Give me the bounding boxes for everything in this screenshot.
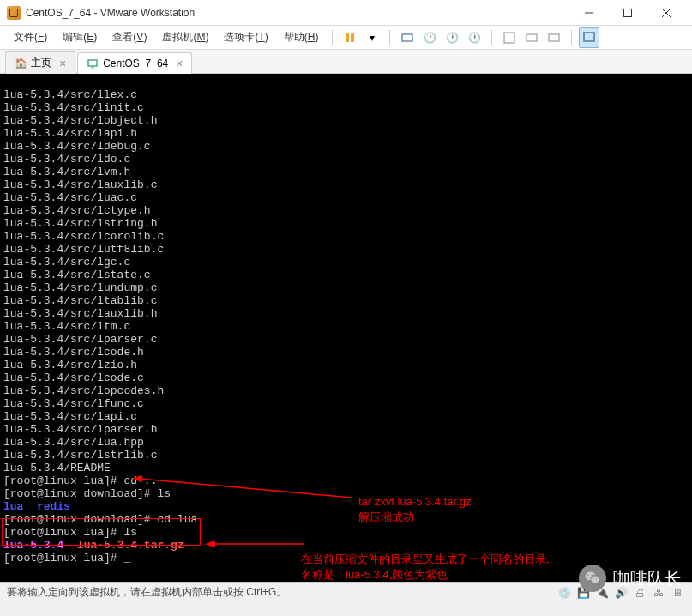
tab-label: 主页 bbox=[31, 56, 51, 70]
svg-rect-1 bbox=[623, 9, 631, 16]
tab-close-button[interactable]: × bbox=[176, 57, 183, 70]
svg-rect-9 bbox=[549, 34, 559, 41]
home-icon: 🏠 bbox=[15, 57, 27, 69]
thumbnail-button[interactable] bbox=[544, 27, 564, 48]
wechat-icon bbox=[579, 565, 606, 592]
output-line: lua-5.3.4/src/ldo.c bbox=[3, 153, 130, 166]
output-line: lua-5.3.4/src/lctype.h bbox=[3, 204, 151, 217]
output-line: lua-5.3.4/src/lutf8lib.c bbox=[3, 243, 164, 256]
svg-rect-6 bbox=[402, 34, 412, 41]
svg-rect-8 bbox=[527, 34, 537, 41]
output-line: lua-5.3.4/src/lstate.c bbox=[3, 269, 151, 281]
output-line: lua-5.3.4/src/linit.c bbox=[3, 101, 144, 114]
output-line: lua-5.3.4/src/lauxlib.c bbox=[3, 178, 157, 191]
annotation-top: tar zxvf lua-5.3.4.tar.gz 解压缩成功 bbox=[358, 494, 472, 525]
output-line: lua-5.3.4/src/lparser.c bbox=[3, 333, 157, 346]
command: ls bbox=[157, 487, 171, 500]
dropdown-button[interactable]: ▾ bbox=[362, 27, 382, 48]
window-controls bbox=[569, 1, 685, 25]
output-line: lua-5.3.4/src/lgc.c bbox=[3, 256, 130, 269]
prompt: [root@linux download]# bbox=[3, 487, 157, 500]
menu-edit[interactable]: 编辑(E) bbox=[56, 27, 104, 48]
output-line: lua-5.3.4/src/lua.hpp bbox=[3, 436, 144, 449]
window-title: CentOS_7_64 - VMware Workstation bbox=[26, 7, 195, 19]
output-line: lua-5.3.4/src/lundump.c bbox=[3, 281, 157, 294]
dir-name: lua bbox=[3, 500, 23, 513]
output-line: lua-5.3.4/src/lcode.c bbox=[3, 371, 144, 384]
svg-rect-7 bbox=[504, 33, 514, 43]
tabbar: 🏠 主页 × CentOS_7_64 × bbox=[0, 50, 692, 74]
dir-name: redis bbox=[37, 500, 70, 513]
fullscreen-button[interactable] bbox=[499, 27, 520, 48]
unity-button[interactable] bbox=[521, 27, 542, 48]
output-line: lua-5.3.4/src/lparser.h bbox=[3, 423, 157, 436]
cursor: _ bbox=[123, 552, 130, 565]
vm-icon bbox=[87, 57, 99, 69]
arrow-annotation bbox=[206, 535, 309, 553]
cdrom-icon[interactable]: 💿 bbox=[557, 585, 572, 601]
annotation-bottom: 在当前压缩文件的目录里又生成了一个同名的目录, 名称是：lua-5.3.4,颜色… bbox=[301, 552, 550, 582]
output-line: lua-5.3.4/src/lvm.h bbox=[3, 166, 130, 178]
watermark: 咖啡队长 bbox=[579, 565, 682, 592]
tab-label: CentOS_7_64 bbox=[103, 57, 168, 69]
close-button[interactable] bbox=[647, 1, 685, 25]
menu-tabs[interactable]: 选项卡(T) bbox=[217, 27, 274, 48]
output-line: lua-5.3.4/src/lapi.h bbox=[3, 127, 137, 140]
output-line: lua-5.3.4/README bbox=[3, 462, 111, 474]
output-line: lua-5.3.4/src/ltm.c bbox=[3, 320, 130, 333]
send-button[interactable] bbox=[397, 27, 418, 48]
menu-file[interactable]: 文件(F) bbox=[7, 27, 54, 48]
output-line: lua-5.3.4/src/lapi.c bbox=[3, 410, 137, 423]
output-line: lua-5.3.4/src/luac.c bbox=[3, 191, 137, 204]
output-line: lua-5.3.4/src/lfunc.c bbox=[3, 397, 144, 410]
prompt: [root@linux lua]# bbox=[3, 552, 123, 565]
maximize-button[interactable] bbox=[608, 1, 647, 25]
output-line: lua-5.3.4/src/ltablib.c bbox=[3, 294, 157, 307]
menu-help[interactable]: 帮助(H) bbox=[277, 27, 326, 48]
output-line: lua-5.3.4/src/lcode.h bbox=[3, 346, 144, 359]
output-line: lua-5.3.4/src/lopcodes.h bbox=[3, 384, 164, 397]
svg-rect-11 bbox=[88, 60, 97, 66]
output-line: lua-5.3.4/src/lstring.h bbox=[3, 217, 157, 230]
snapshot-button[interactable]: 🕐 bbox=[419, 27, 440, 48]
tab-home[interactable]: 🏠 主页 × bbox=[5, 51, 75, 74]
output-line: lua-5.3.4/src/lstrlib.c bbox=[3, 449, 157, 462]
output-line: lua-5.3.4/src/lcorolib.c bbox=[3, 230, 164, 243]
titlebar: CentOS_7_64 - VMware Workstation bbox=[0, 0, 692, 26]
prompt: [root@linux lua]# bbox=[3, 474, 123, 487]
svg-rect-5 bbox=[351, 33, 354, 42]
command: cd .. bbox=[123, 474, 157, 487]
output-line: lua-5.3.4/src/lauxlib.h bbox=[3, 307, 157, 320]
menubar: 文件(F) 编辑(E) 查看(V) 虚拟机(M) 选项卡(T) 帮助(H) ▾ … bbox=[0, 26, 692, 50]
output-line: lua-5.3.4/src/lobject.h bbox=[3, 114, 157, 127]
minimize-button[interactable] bbox=[569, 1, 608, 25]
revert-button[interactable]: 🕐 bbox=[442, 27, 462, 48]
vmware-icon bbox=[7, 6, 21, 20]
highlight-box bbox=[2, 518, 201, 546]
tab-vm[interactable]: CentOS_7_64 × bbox=[77, 52, 192, 74]
terminal[interactable]: lua-5.3.4/src/llex.c lua-5.3.4/src/linit… bbox=[0, 74, 692, 582]
console-button[interactable] bbox=[579, 27, 599, 48]
pause-button[interactable] bbox=[340, 27, 360, 48]
menu-view[interactable]: 查看(V) bbox=[105, 27, 153, 48]
tab-close-button[interactable]: × bbox=[59, 57, 66, 70]
output-line: lua-5.3.4/src/ldebug.c bbox=[3, 140, 151, 153]
output-line: lua-5.3.4/src/lzio.h bbox=[3, 359, 137, 371]
svg-rect-10 bbox=[584, 33, 594, 41]
menu-vm[interactable]: 虚拟机(M) bbox=[155, 27, 215, 48]
manage-button[interactable]: 🕐 bbox=[464, 27, 484, 48]
svg-line-13 bbox=[140, 479, 352, 498]
svg-rect-4 bbox=[346, 33, 349, 42]
watermark-text: 咖啡队长 bbox=[613, 567, 682, 590]
output-line: lua-5.3.4/src/llex.c bbox=[3, 88, 137, 101]
status-text: 要将输入定向到该虚拟机，请在虚拟机内部单击或按 Ctrl+G。 bbox=[7, 585, 286, 600]
